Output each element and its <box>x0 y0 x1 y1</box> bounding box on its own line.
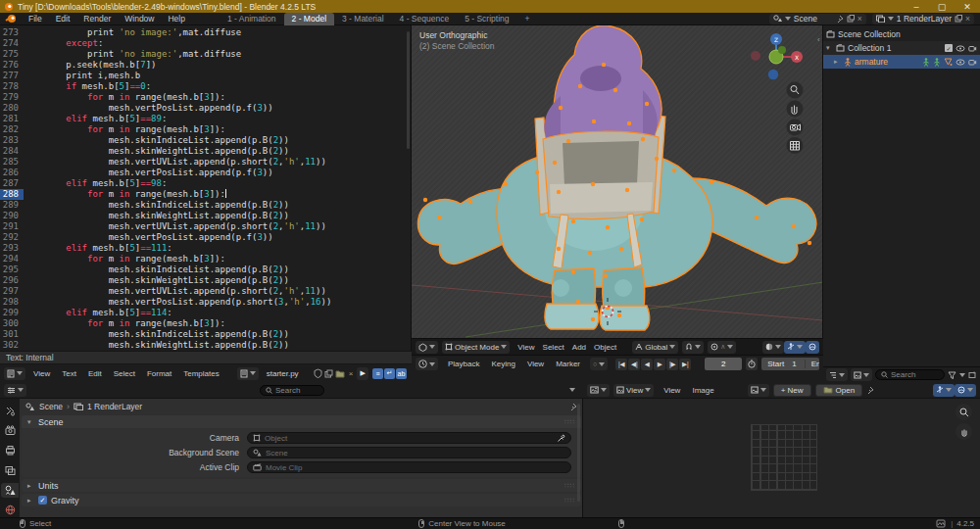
outliner-row-armature[interactable]: ▸ armature <box>823 55 980 69</box>
next-keyframe-button[interactable]: |▶ <box>666 359 678 370</box>
region-collapse-arrow[interactable]: ‹ <box>817 35 820 44</box>
camera-field[interactable]: Object <box>247 432 571 444</box>
workspace-tab-2-model[interactable]: 2 - Model <box>284 13 334 25</box>
code-line-280[interactable]: 280 mesh.vertPosList.append(p.f(3)) <box>0 103 412 114</box>
breadcrumb-layer[interactable]: 1 RenderLayer <box>87 402 142 411</box>
scene-selector[interactable]: Scene × <box>769 14 866 24</box>
viewport-menu-view[interactable]: View <box>514 343 538 352</box>
tab-tool[interactable] <box>1 404 19 418</box>
tab-scene[interactable] <box>1 483 19 498</box>
code-line-295[interactable]: 295 mesh.skinIndiceList.append(p.B(2)) <box>0 264 412 275</box>
hide-eye-icon[interactable] <box>956 59 965 66</box>
unlink-scene-icon[interactable]: × <box>858 14 862 24</box>
outliner-row-scene-collection[interactable]: Scene Collection <box>823 27 980 41</box>
mode-selector[interactable]: Object Mode <box>442 341 510 354</box>
workspace-tab-3-material[interactable]: 3 - Material <box>334 13 392 25</box>
gizmo-neg-z[interactable] <box>768 70 778 79</box>
code-line-283[interactable]: 283 mesh.skinIndiceList.append(p.B(2)) <box>0 135 412 146</box>
play-reverse-button[interactable]: ◀ <box>641 359 653 370</box>
tab-render[interactable] <box>1 423 19 438</box>
code-line-293[interactable]: 293 elif mesh.b[5]==111: <box>0 243 412 254</box>
viewport-menu-add[interactable]: Add <box>568 343 590 352</box>
image-mode-selector[interactable]: View <box>613 384 654 397</box>
render-camera-icon[interactable] <box>968 45 977 52</box>
code-line-298[interactable]: 298 mesh.vertPosList.append(p.short(3,'h… <box>0 297 412 308</box>
jump-to-end-button[interactable]: ▶| <box>679 359 691 370</box>
zoom-button[interactable] <box>787 82 804 99</box>
outliner-scene-filter[interactable] <box>851 368 872 381</box>
properties-search-input[interactable]: Search <box>260 385 324 396</box>
code-line-290[interactable]: 290 mesh.skinWeightList.append(p.B(2)) <box>0 211 412 221</box>
text-menu-templates[interactable]: Templates <box>177 369 224 378</box>
text-editor-scrollbar[interactable] <box>407 31 410 149</box>
blender-menu-logo-icon[interactable] <box>5 14 17 24</box>
viewport-menu-object[interactable]: Object <box>590 343 620 352</box>
code-line-288[interactable]: 288 for m in range(mesh.b[3]): <box>0 189 412 200</box>
collection-expander-icon[interactable]: ▾ <box>826 44 833 52</box>
active-clip-field[interactable]: Movie Clip <box>247 461 571 473</box>
text-menu-format[interactable]: Format <box>141 369 177 378</box>
navigation-gizmo[interactable]: Z X <box>751 33 803 79</box>
outliner-row-collection-1[interactable]: ▾ Collection 1 ✓ <box>823 41 980 55</box>
timeline-menu-keying[interactable]: Keying <box>485 360 520 368</box>
timeline-menu-view[interactable]: View <box>521 360 550 368</box>
code-line-273[interactable]: 273 print 'no image:',mat.diffuse <box>0 27 412 38</box>
outliner-display-mode[interactable] <box>826 368 848 381</box>
new-layer-icon[interactable] <box>955 15 962 23</box>
menu-help[interactable]: Help <box>161 14 191 24</box>
code-line-284[interactable]: 284 mesh.skinWeightList.append(p.B(2)) <box>0 146 412 157</box>
register-shield-icon[interactable] <box>314 368 322 378</box>
gizmos-toggle[interactable] <box>784 341 806 354</box>
armature-expander-icon[interactable]: ▸ <box>834 58 841 66</box>
text-menu-text[interactable]: Text <box>56 369 82 378</box>
code-line-282[interactable]: 282 for m in range(mesh.b[3]): <box>0 124 412 135</box>
jump-to-start-button[interactable]: |◀ <box>615 359 627 370</box>
panel-grip-icon[interactable]: ∷∷ <box>564 418 575 426</box>
panel-grip-icon[interactable]: ∷∷ <box>564 497 575 505</box>
text-menu-edit[interactable]: Edit <box>82 369 108 378</box>
properties-options-caret-icon[interactable] <box>569 388 575 392</box>
tab-view-layer[interactable] <box>1 463 19 478</box>
code-line-301[interactable]: 301 mesh.skinIndiceList.append(p.B(2)) <box>0 329 412 340</box>
collection-checkbox[interactable]: ✓ <box>945 44 953 52</box>
viewport-menu-select[interactable]: Select <box>539 343 568 352</box>
menu-window[interactable]: Window <box>118 14 161 24</box>
close-button[interactable]: ✕ <box>955 2 980 12</box>
background-scene-field[interactable]: Scene <box>247 447 571 458</box>
viewport-nav-buttons[interactable] <box>787 82 804 155</box>
menu-edit[interactable]: Edit <box>49 14 77 24</box>
open-image-button[interactable]: Open <box>815 384 863 397</box>
ortho-toggle-button[interactable] <box>787 137 804 154</box>
new-collection-icon[interactable] <box>968 370 977 379</box>
timeline-menu-playback[interactable]: Playback <box>442 360 485 368</box>
image-menu-view[interactable]: View <box>658 386 686 395</box>
properties-scrollbar[interactable] <box>577 404 580 502</box>
code-line-279[interactable]: 279 for m in range(mesh.b[3]): <box>0 92 412 103</box>
auto-keying-toggle[interactable]: ○ <box>590 358 608 370</box>
render-camera-icon[interactable] <box>968 59 977 66</box>
code-line-289[interactable]: 289 mesh.skinIndiceList.append(p.B(2)) <box>0 200 412 211</box>
menu-render[interactable]: Render <box>76 14 118 24</box>
new-id-icon[interactable] <box>847 15 855 23</box>
new-image-button[interactable]: + New <box>773 384 811 397</box>
image-overlays-toggle[interactable] <box>955 384 976 397</box>
code-line-277[interactable]: 277 print i,mesh.b <box>0 71 412 81</box>
shading-selector[interactable] <box>762 341 784 354</box>
code-line-291[interactable]: 291 mesh.vertUVList.append(p.short(2,'h'… <box>0 221 412 232</box>
code-line-297[interactable]: 297 mesh.vertUVList.append(p.short(2,'h'… <box>0 286 412 297</box>
code-area[interactable]: 273 print 'no image:',mat.diffuse274 exc… <box>0 25 412 351</box>
gizmo-y2[interactable] <box>778 46 786 54</box>
image-menu-image[interactable]: Image <box>686 386 719 395</box>
unlink-text-icon[interactable]: × <box>347 369 356 378</box>
image-pan-button[interactable] <box>956 423 972 440</box>
image-editor-type-button[interactable] <box>587 384 610 397</box>
use-preview-range-toggle[interactable] <box>746 358 758 370</box>
copy-datablock-icon[interactable] <box>324 369 333 378</box>
tab-output[interactable] <box>1 443 19 457</box>
code-line-302[interactable]: 302 mesh.skinWeightList.append(p.B(2)) <box>0 340 412 351</box>
run-script-button[interactable]: ▶ <box>357 367 368 380</box>
menu-file[interactable]: File <box>22 14 49 24</box>
maximize-button[interactable]: ▢ <box>929 2 955 12</box>
editor-type-button[interactable] <box>4 367 25 380</box>
text-menu-select[interactable]: Select <box>108 369 141 378</box>
